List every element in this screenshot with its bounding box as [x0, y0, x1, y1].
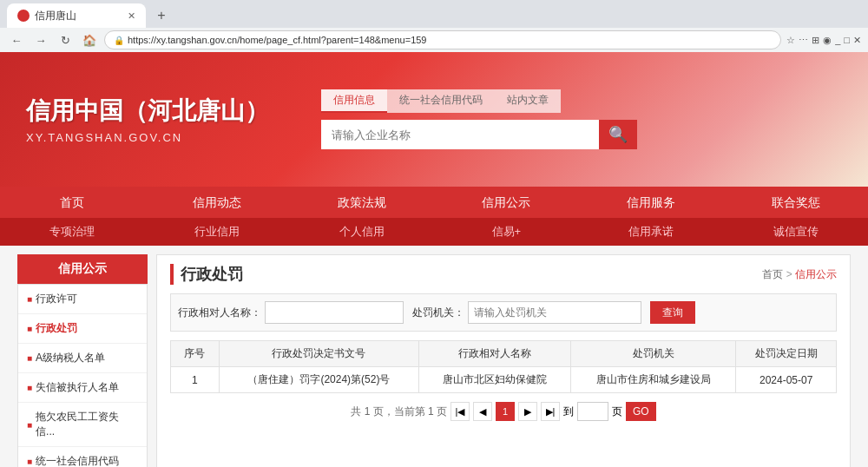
subnav-easy[interactable]: 信易+	[434, 218, 579, 246]
nav-dynamics[interactable]: 信用动态	[145, 187, 290, 218]
page-last-btn[interactable]: ▶|	[541, 402, 560, 421]
tab-title: 信用唐山	[35, 9, 76, 23]
sidebar-item-taxpayer[interactable]: ■ A级纳税人名单	[18, 344, 147, 373]
page-prev-btn[interactable]: ◀	[473, 402, 492, 421]
profile-icon[interactable]: ◉	[823, 35, 832, 46]
cell-index: 1	[171, 367, 220, 393]
toolbar-right: ☆ ⋯ ⊞ ◉ _ □ ✕	[786, 35, 861, 46]
address-bar[interactable]: 🔒 https://xy.tangshan.gov.cn/home/page_c…	[104, 30, 781, 49]
header-search-input[interactable]	[321, 120, 599, 149]
sidebar-item-dishonest[interactable]: ■ 失信被执行人名单	[18, 373, 147, 403]
star-icon[interactable]: ☆	[786, 35, 795, 46]
cell-date: 2024-05-07	[736, 367, 837, 393]
logo-area: 信用中国（河北唐山） XY.TANGSHAN.GOV.CN	[26, 95, 269, 144]
nav-policy[interactable]: 政策法规	[289, 187, 434, 218]
logo-sub: XY.TANGSHAN.GOV.CN	[26, 131, 269, 144]
col-authority: 处罚机关	[571, 341, 736, 367]
refresh-btn[interactable]: ↻	[56, 30, 75, 49]
sidebar-menu: ■ 行政许可 ■ 行政处罚 ■ A级纳税人名单 ■ 失信被执行人名单 ■ 拖	[17, 284, 148, 467]
page-go-btn[interactable]: GO	[626, 402, 656, 421]
tab-close-btn[interactable]: ✕	[128, 10, 135, 22]
page-title: 行政处罚	[170, 264, 243, 285]
main-content: 信用公示 ■ 行政许可 ■ 行政处罚 ■ A级纳税人名单 ■ 失信被执行人名单	[0, 246, 868, 467]
content-area: 行政处罚 首页 > 信用公示 行政相对人名称： 处罚机关： 查询	[156, 254, 851, 467]
sub-nav: 专项治理 行业信用 个人信用 信易+ 信用承诺 诚信宣传	[0, 218, 868, 246]
page-jump-input[interactable]	[577, 402, 608, 421]
sidebar-item-permit[interactable]: ■ 行政许可	[18, 285, 147, 314]
subnav-integrity[interactable]: 诚信宣传	[723, 218, 868, 246]
cell-authority: 唐山市住房和城乡建设局	[571, 367, 736, 393]
nav-joint[interactable]: 联合奖惩	[723, 187, 868, 218]
extensions-icon[interactable]: ⊞	[812, 35, 819, 46]
bullet-icon: ■	[27, 420, 32, 430]
nav-publicity[interactable]: 信用公示	[434, 187, 579, 218]
name-label: 行政相对人名称：	[178, 306, 261, 320]
header-search-btn[interactable]: 🔍	[599, 120, 637, 149]
cell-person: 唐山市北区妇幼保健院	[418, 367, 570, 393]
close-icon[interactable]: ✕	[853, 35, 861, 46]
back-btn[interactable]: ←	[7, 30, 26, 49]
sidebar-item-code[interactable]: ■ 统一社会信用代码	[18, 447, 147, 467]
pagination: 共 1 页，当前第 1 页 |◀ ◀ 1 ▶ ▶| 到 页 GO	[170, 402, 837, 421]
search-submit-btn[interactable]: 查询	[650, 301, 695, 324]
page: 信用中国（河北唐山） XY.TANGSHAN.GOV.CN 信用信息 统一社会信…	[0, 52, 868, 467]
to-label: 到	[563, 405, 574, 419]
browser-toolbar: ← → ↻ 🏠 🔒 https://xy.tangshan.gov.cn/hom…	[0, 28, 868, 52]
pagination-info: 共 1 页，当前第 1 页	[351, 405, 447, 419]
bullet-icon: ■	[27, 383, 32, 392]
page-first-btn[interactable]: |◀	[450, 402, 470, 421]
nav-home[interactable]: 首页	[0, 187, 145, 218]
sidebar-item-wage[interactable]: ■ 拖欠农民工工资失信...	[18, 403, 147, 447]
browser-tabs: 信用唐山 ✕ +	[0, 0, 868, 28]
cell-doc: （唐住建）罚字(2024)第(52)号	[219, 367, 418, 393]
logo-title: 信用中国（河北唐山）	[26, 95, 269, 128]
home-btn[interactable]: 🏠	[80, 30, 99, 49]
col-date: 处罚决定日期	[736, 341, 837, 367]
lock-icon: 🔒	[114, 36, 124, 45]
header-search: 信用信息 统一社会信用代码 站内文章 🔍	[321, 89, 637, 149]
col-person: 行政相对人名称	[418, 341, 570, 367]
browser-chrome: 信用唐山 ✕ + ← → ↻ 🏠 🔒 https://xy.tangshan.g…	[0, 0, 868, 52]
subnav-promise[interactable]: 信用承诺	[579, 218, 724, 246]
search-tab-code[interactable]: 统一社会信用代码	[387, 89, 495, 113]
forward-btn[interactable]: →	[31, 30, 50, 49]
url-text: https://xy.tangshan.gov.cn/home/page_cf.…	[128, 35, 427, 45]
authority-label: 处罚机关：	[412, 306, 464, 320]
sidebar: 信用公示 ■ 行政许可 ■ 行政处罚 ■ A级纳税人名单 ■ 失信被执行人名单	[17, 254, 148, 467]
search-tab-site[interactable]: 站内文章	[495, 89, 561, 113]
new-tab-btn[interactable]: +	[149, 3, 174, 28]
sidebar-item-penalty[interactable]: ■ 行政处罚	[18, 314, 147, 344]
name-input[interactable]	[265, 301, 404, 324]
bullet-icon: ■	[27, 324, 32, 333]
subnav-special[interactable]: 专项治理	[0, 218, 145, 246]
browser-tab[interactable]: 信用唐山 ✕	[7, 3, 146, 28]
page-current-btn[interactable]: 1	[496, 402, 515, 421]
page-next-btn[interactable]: ▶	[518, 402, 537, 421]
page-label: 页	[612, 405, 622, 419]
col-index: 序号	[171, 341, 220, 367]
content-header: 行政处罚 首页 > 信用公示	[170, 264, 837, 285]
nav-service[interactable]: 信用服务	[579, 187, 724, 218]
restore-icon[interactable]: □	[844, 35, 850, 45]
table-head: 序号 行政处罚决定书文号 行政相对人名称 处罚机关 处罚决定日期	[171, 341, 837, 367]
form-field-authority: 处罚机关：	[412, 301, 641, 324]
more-icon[interactable]: ⋯	[799, 35, 808, 46]
breadcrumb-separator: >	[786, 268, 795, 280]
authority-input[interactable]	[468, 301, 641, 324]
search-tabs: 信用信息 统一社会信用代码 站内文章	[321, 89, 637, 113]
table-body: 1 （唐住建）罚字(2024)第(52)号 唐山市北区妇幼保健院 唐山市住房和城…	[171, 367, 837, 393]
subnav-industry[interactable]: 行业信用	[145, 218, 290, 246]
col-doc: 行政处罚决定书文号	[219, 341, 418, 367]
search-tab-credit[interactable]: 信用信息	[321, 89, 387, 113]
bullet-icon: ■	[27, 294, 32, 304]
bullet-icon: ■	[27, 353, 32, 363]
main-nav: 首页 信用动态 政策法规 信用公示 信用服务 联合奖惩	[0, 187, 868, 218]
minimize-icon[interactable]: _	[835, 35, 840, 45]
breadcrumb-home[interactable]: 首页	[762, 268, 783, 280]
tab-favicon	[17, 10, 30, 22]
breadcrumb: 首页 > 信用公示	[762, 267, 837, 282]
subnav-personal[interactable]: 个人信用	[289, 218, 434, 246]
form-field-name: 行政相对人名称：	[178, 301, 404, 324]
data-table: 序号 行政处罚决定书文号 行政相对人名称 处罚机关 处罚决定日期 1 （唐住建）…	[170, 340, 837, 393]
search-form: 行政相对人名称： 处罚机关： 查询	[170, 293, 837, 332]
